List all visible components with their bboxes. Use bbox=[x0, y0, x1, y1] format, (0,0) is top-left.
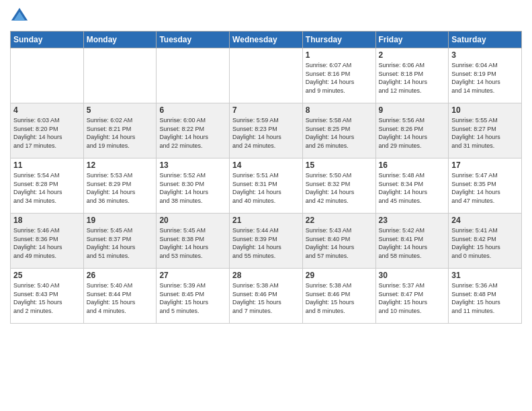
day-cell: 26Sunrise: 5:40 AM Sunset: 8:44 PM Dayli… bbox=[83, 269, 157, 324]
day-info: Sunrise: 5:38 AM Sunset: 8:46 PM Dayligh… bbox=[306, 281, 373, 315]
calendar-table: SundayMondayTuesdayWednesdayThursdayFrid… bbox=[10, 31, 522, 324]
day-number: 9 bbox=[379, 105, 446, 115]
day-number: 19 bbox=[87, 216, 154, 225]
day-info: Sunrise: 6:04 AM Sunset: 8:19 PM Dayligh… bbox=[451, 61, 519, 95]
day-cell bbox=[157, 48, 230, 103]
day-number: 14 bbox=[232, 161, 300, 170]
day-info: Sunrise: 5:46 AM Sunset: 8:36 PM Dayligh… bbox=[13, 226, 81, 260]
day-number: 17 bbox=[451, 161, 519, 170]
day-info: Sunrise: 5:44 AM Sunset: 8:39 PM Dayligh… bbox=[232, 226, 300, 260]
day-number: 16 bbox=[379, 161, 446, 170]
day-info: Sunrise: 5:53 AM Sunset: 8:29 PM Dayligh… bbox=[87, 171, 154, 205]
day-info: Sunrise: 5:47 AM Sunset: 8:35 PM Dayligh… bbox=[451, 171, 519, 205]
day-cell: 29Sunrise: 5:38 AM Sunset: 8:46 PM Dayli… bbox=[302, 269, 375, 324]
day-info: Sunrise: 5:52 AM Sunset: 8:30 PM Dayligh… bbox=[159, 171, 226, 205]
day-number: 8 bbox=[306, 105, 373, 115]
day-cell: 28Sunrise: 5:38 AM Sunset: 8:46 PM Dayli… bbox=[230, 269, 303, 324]
day-number: 3 bbox=[451, 50, 519, 60]
day-info: Sunrise: 5:56 AM Sunset: 8:26 PM Dayligh… bbox=[379, 116, 446, 150]
day-cell: 30Sunrise: 5:37 AM Sunset: 8:47 PM Dayli… bbox=[375, 269, 449, 324]
day-cell: 24Sunrise: 5:41 AM Sunset: 8:42 PM Dayli… bbox=[449, 214, 522, 269]
day-cell: 25Sunrise: 5:40 AM Sunset: 8:43 PM Dayli… bbox=[11, 269, 84, 324]
day-info: Sunrise: 5:54 AM Sunset: 8:28 PM Dayligh… bbox=[13, 171, 81, 205]
day-cell: 12Sunrise: 5:53 AM Sunset: 8:29 PM Dayli… bbox=[83, 158, 157, 214]
weekday-header-tuesday: Tuesday bbox=[157, 32, 230, 48]
day-info: Sunrise: 6:07 AM Sunset: 8:16 PM Dayligh… bbox=[306, 61, 373, 95]
week-row-2: 4Sunrise: 6:03 AM Sunset: 8:20 PM Daylig… bbox=[11, 103, 522, 158]
day-info: Sunrise: 5:59 AM Sunset: 8:23 PM Dayligh… bbox=[232, 116, 300, 150]
day-cell: 13Sunrise: 5:52 AM Sunset: 8:30 PM Dayli… bbox=[157, 158, 230, 214]
weekday-header-sunday: Sunday bbox=[11, 32, 84, 48]
day-cell: 31Sunrise: 5:36 AM Sunset: 8:48 PM Dayli… bbox=[449, 269, 522, 324]
day-info: Sunrise: 5:58 AM Sunset: 8:25 PM Dayligh… bbox=[306, 116, 373, 150]
day-cell: 14Sunrise: 5:51 AM Sunset: 8:31 PM Dayli… bbox=[230, 158, 303, 214]
day-cell: 22Sunrise: 5:43 AM Sunset: 8:40 PM Dayli… bbox=[302, 214, 375, 269]
day-info: Sunrise: 5:48 AM Sunset: 8:34 PM Dayligh… bbox=[379, 171, 446, 205]
day-cell: 17Sunrise: 5:47 AM Sunset: 8:35 PM Dayli… bbox=[449, 158, 522, 214]
week-row-1: 1Sunrise: 6:07 AM Sunset: 8:16 PM Daylig… bbox=[11, 48, 522, 103]
day-info: Sunrise: 6:03 AM Sunset: 8:20 PM Dayligh… bbox=[13, 116, 81, 150]
day-cell: 16Sunrise: 5:48 AM Sunset: 8:34 PM Dayli… bbox=[375, 158, 449, 214]
day-cell: 27Sunrise: 5:39 AM Sunset: 8:45 PM Dayli… bbox=[157, 269, 230, 324]
weekday-header-saturday: Saturday bbox=[449, 32, 522, 48]
day-info: Sunrise: 5:50 AM Sunset: 8:32 PM Dayligh… bbox=[306, 171, 373, 205]
day-cell: 5Sunrise: 6:02 AM Sunset: 8:21 PM Daylig… bbox=[83, 103, 157, 158]
day-cell: 11Sunrise: 5:54 AM Sunset: 8:28 PM Dayli… bbox=[11, 158, 84, 214]
weekday-header-monday: Monday bbox=[83, 32, 157, 48]
week-row-5: 25Sunrise: 5:40 AM Sunset: 8:43 PM Dayli… bbox=[11, 269, 522, 324]
day-number: 20 bbox=[159, 216, 226, 225]
day-number: 21 bbox=[232, 216, 300, 225]
day-info: Sunrise: 6:06 AM Sunset: 8:18 PM Dayligh… bbox=[379, 61, 446, 95]
day-number: 4 bbox=[13, 105, 81, 115]
day-info: Sunrise: 5:36 AM Sunset: 8:48 PM Dayligh… bbox=[451, 281, 519, 315]
day-info: Sunrise: 5:55 AM Sunset: 8:27 PM Dayligh… bbox=[451, 116, 519, 150]
day-number: 11 bbox=[13, 161, 81, 170]
day-cell bbox=[83, 48, 157, 103]
weekday-header-friday: Friday bbox=[375, 32, 449, 48]
day-number: 18 bbox=[13, 216, 81, 225]
day-cell: 2Sunrise: 6:06 AM Sunset: 8:18 PM Daylig… bbox=[375, 48, 449, 103]
day-info: Sunrise: 5:43 AM Sunset: 8:40 PM Dayligh… bbox=[306, 226, 373, 260]
day-cell: 15Sunrise: 5:50 AM Sunset: 8:32 PM Dayli… bbox=[302, 158, 375, 214]
day-info: Sunrise: 5:37 AM Sunset: 8:47 PM Dayligh… bbox=[379, 281, 446, 315]
day-number: 31 bbox=[451, 271, 519, 280]
day-cell: 10Sunrise: 5:55 AM Sunset: 8:27 PM Dayli… bbox=[449, 103, 522, 158]
day-number: 13 bbox=[159, 161, 226, 170]
day-cell: 7Sunrise: 5:59 AM Sunset: 8:23 PM Daylig… bbox=[230, 103, 303, 158]
day-cell: 8Sunrise: 5:58 AM Sunset: 8:25 PM Daylig… bbox=[302, 103, 375, 158]
day-number: 15 bbox=[306, 161, 373, 170]
week-row-4: 18Sunrise: 5:46 AM Sunset: 8:36 PM Dayli… bbox=[11, 214, 522, 269]
day-cell: 20Sunrise: 5:45 AM Sunset: 8:38 PM Dayli… bbox=[157, 214, 230, 269]
day-cell: 6Sunrise: 6:00 AM Sunset: 8:22 PM Daylig… bbox=[157, 103, 230, 158]
day-number: 27 bbox=[159, 271, 226, 280]
day-number: 30 bbox=[379, 271, 446, 280]
day-number: 5 bbox=[87, 105, 154, 115]
day-info: Sunrise: 5:40 AM Sunset: 8:44 PM Dayligh… bbox=[87, 281, 154, 315]
day-info: Sunrise: 5:45 AM Sunset: 8:38 PM Dayligh… bbox=[159, 226, 226, 260]
day-number: 6 bbox=[159, 105, 226, 115]
day-info: Sunrise: 5:41 AM Sunset: 8:42 PM Dayligh… bbox=[451, 226, 519, 260]
header bbox=[10, 7, 522, 26]
day-info: Sunrise: 6:00 AM Sunset: 8:22 PM Dayligh… bbox=[159, 116, 226, 150]
weekday-header-row: SundayMondayTuesdayWednesdayThursdayFrid… bbox=[11, 32, 522, 48]
day-number: 29 bbox=[306, 271, 373, 280]
day-number: 12 bbox=[87, 161, 154, 170]
day-number: 28 bbox=[232, 271, 300, 280]
weekday-header-wednesday: Wednesday bbox=[230, 32, 303, 48]
day-info: Sunrise: 6:02 AM Sunset: 8:21 PM Dayligh… bbox=[87, 116, 154, 150]
day-info: Sunrise: 5:51 AM Sunset: 8:31 PM Dayligh… bbox=[232, 171, 300, 205]
page: SundayMondayTuesdayWednesdayThursdayFrid… bbox=[0, 0, 532, 411]
day-number: 26 bbox=[87, 271, 154, 280]
logo-icon bbox=[10, 7, 29, 26]
day-cell bbox=[230, 48, 303, 103]
day-number: 24 bbox=[451, 216, 519, 225]
day-cell: 1Sunrise: 6:07 AM Sunset: 8:16 PM Daylig… bbox=[302, 48, 375, 103]
day-cell: 23Sunrise: 5:42 AM Sunset: 8:41 PM Dayli… bbox=[375, 214, 449, 269]
day-info: Sunrise: 5:38 AM Sunset: 8:46 PM Dayligh… bbox=[232, 281, 300, 315]
day-cell: 3Sunrise: 6:04 AM Sunset: 8:19 PM Daylig… bbox=[449, 48, 522, 103]
day-cell bbox=[11, 48, 84, 103]
day-cell: 4Sunrise: 6:03 AM Sunset: 8:20 PM Daylig… bbox=[11, 103, 84, 158]
day-number: 1 bbox=[306, 50, 373, 60]
day-info: Sunrise: 5:45 AM Sunset: 8:37 PM Dayligh… bbox=[87, 226, 154, 260]
week-row-3: 11Sunrise: 5:54 AM Sunset: 8:28 PM Dayli… bbox=[11, 158, 522, 214]
